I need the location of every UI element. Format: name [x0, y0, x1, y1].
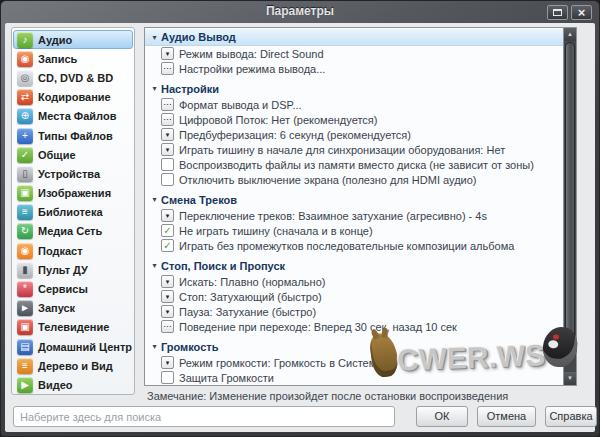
ellipsis-button-icon[interactable]: … — [161, 113, 174, 126]
scrollbar-thumb[interactable] — [565, 42, 575, 343]
dropdown-icon[interactable]: ▾ — [161, 275, 174, 288]
home-center-icon: ▤ — [17, 339, 33, 355]
option-prebuffering[interactable]: ▾ Предбуферизация: 6 секунд (рекомендует… — [148, 127, 563, 142]
sidebar-item-remote-control[interactable]: ▮ Пульт ДУ — [13, 260, 133, 279]
option-disable-screen-off[interactable]: Отключить выключение экрана (полезно для… — [148, 172, 563, 187]
collapse-triangle-icon[interactable]: ▾ — [148, 342, 161, 351]
option-gapless-album[interactable]: ✓ Играть без промежутков последовательны… — [148, 238, 563, 253]
sidebar-item-images[interactable]: ▣ Изображения — [13, 184, 133, 203]
sidebar-item-television[interactable]: ▣ Телевидение — [13, 318, 133, 337]
checkbox-checked-icon[interactable]: ✓ — [161, 239, 174, 252]
podcast-icon: ◉ — [17, 243, 33, 259]
collapse-triangle-icon[interactable]: ▾ — [148, 84, 161, 93]
section-header-audio-output[interactable]: ▾ Аудио Вывод — [145, 29, 563, 46]
television-icon: ▣ — [17, 319, 33, 335]
dropdown-icon[interactable]: ▾ — [161, 305, 174, 318]
collapse-triangle-icon[interactable]: ▾ — [148, 195, 161, 204]
dialog-body: ♪ Аудио ◉ Запись ◎ CD, DVD & BD ⇄ Кодиро… — [5, 23, 595, 432]
close-button[interactable]: × — [571, 5, 592, 20]
startup-icon: ► — [17, 300, 33, 316]
sidebar-item-devices[interactable]: ▯ Устройства — [13, 164, 133, 183]
sidebar-item-file-locations[interactable]: ⊕ Места Файлов — [13, 107, 133, 126]
title-bar[interactable]: Параметры × — [1, 1, 599, 23]
remote-control-icon: ▮ — [17, 262, 33, 278]
maximize-button[interactable] — [547, 5, 568, 20]
cancel-button[interactable]: Отмена — [477, 406, 536, 427]
option-seek[interactable]: ▾ Искать: Плавно (нормально) — [148, 274, 563, 289]
dropdown-icon[interactable]: ▾ — [161, 356, 174, 369]
sidebar-item-audio[interactable]: ♪ Аудио — [13, 30, 133, 49]
maximize-icon — [553, 9, 562, 16]
option-play-from-memory[interactable]: Воспроизводить файлы из памяти вместо ди… — [148, 157, 563, 172]
option-output-format-dsp[interactable]: … Формат вывода и DSP... — [148, 97, 563, 112]
collapse-triangle-icon[interactable]: ▾ — [148, 33, 161, 42]
collapse-triangle-icon[interactable]: ▾ — [148, 261, 161, 270]
option-bitstream[interactable]: … Цифровой Поток: Нет (рекомендуется) — [148, 112, 563, 127]
ellipsis-button-icon[interactable]: … — [161, 98, 174, 111]
sidebar-item-cd-dvd-bd[interactable]: ◎ CD, DVD & BD — [13, 68, 133, 87]
help-button[interactable]: Справка — [545, 406, 597, 427]
audio-icon: ♪ — [17, 32, 33, 48]
sidebar-item-record[interactable]: ◉ Запись — [13, 49, 133, 68]
note-text: Замечание: Изменение произойдет после ос… — [147, 390, 577, 402]
close-icon: × — [578, 6, 586, 19]
option-volume-mode[interactable]: ▾ Режим громкости: Громкость в Системе — [148, 355, 563, 370]
ok-button[interactable]: ОК — [416, 406, 468, 427]
sidebar-item-podcast[interactable]: ◉ Подкаст — [13, 241, 133, 260]
dropdown-icon[interactable]: ▾ — [161, 128, 174, 141]
ellipsis-button-icon[interactable]: … — [161, 62, 174, 75]
media-network-icon: ↻ — [17, 223, 33, 239]
checkbox-unchecked-icon[interactable] — [161, 173, 174, 186]
scroll-down-icon[interactable]: ▼ — [564, 372, 576, 385]
sidebar-item-media-network[interactable]: ↻ Медиа Сеть — [13, 222, 133, 241]
dropdown-icon[interactable]: ▾ — [161, 47, 174, 60]
encoding-icon: ⇄ — [17, 89, 33, 105]
dropdown-icon[interactable]: ▾ — [161, 209, 174, 222]
option-volume-protection[interactable]: Защита Громкости — [148, 370, 563, 385]
options-dialog: Параметры × ♪ Аудио ◉ Запись ◎ CD, DVD &… — [0, 0, 600, 437]
general-icon: ✓ — [17, 147, 33, 163]
sidebar-item-home-center[interactable]: ▤ Домашний Центр — [13, 337, 133, 356]
file-types-icon: + — [17, 128, 33, 144]
option-output-mode[interactable]: ▾ Режим вывода: Direct Sound — [148, 46, 563, 61]
sidebar-item-library[interactable]: ≡ Библиотека — [13, 203, 133, 222]
search-input[interactable] — [13, 406, 395, 427]
sidebar-item-encoding[interactable]: ⇄ Кодирование — [13, 88, 133, 107]
option-skip-silence[interactable]: ✓ Не играть тишину (сначала и в конце) — [148, 223, 563, 238]
section-header-track-change[interactable]: ▾ Смена Треков — [148, 191, 563, 208]
sidebar-item-startup[interactable]: ► Запуск — [13, 299, 133, 318]
devices-icon: ▯ — [17, 166, 33, 182]
sidebar-item-file-types[interactable]: + Типы Файлов — [13, 126, 133, 145]
option-output-mode-settings[interactable]: … Настройки режима вывода... — [148, 61, 563, 76]
checkbox-unchecked-icon[interactable] — [161, 158, 174, 171]
section-header-settings[interactable]: ▾ Настройки — [148, 80, 563, 97]
options-list: ▾ Аудио Вывод ▾ Режим вывода: Direct Sou… — [145, 28, 563, 385]
services-icon: * — [17, 281, 33, 297]
dropdown-icon[interactable]: ▾ — [161, 290, 174, 303]
section-header-volume[interactable]: ▾ Громкость — [148, 338, 563, 355]
option-stop[interactable]: ▾ Стоп: Затухающий (быстро) — [148, 289, 563, 304]
sidebar-item-tree-view[interactable]: ≡ Дерево и Вид — [13, 356, 133, 375]
images-icon: ▣ — [17, 185, 33, 201]
option-skip-behavior[interactable]: … Поведение при переходе: Вперед 30 сек,… — [148, 319, 563, 334]
tree-view-icon: ≡ — [17, 358, 33, 374]
dropdown-icon[interactable]: ▾ — [161, 143, 174, 156]
record-burn-icon: ◉ — [17, 51, 33, 67]
sidebar-item-general[interactable]: ✓ Общие — [13, 145, 133, 164]
sidebar-item-video[interactable]: ▶ Видео — [13, 375, 133, 394]
checkbox-checked-icon[interactable]: ✓ — [161, 224, 174, 237]
checkbox-unchecked-icon[interactable] — [161, 371, 174, 384]
library-icon: ≡ — [17, 204, 33, 220]
vertical-scrollbar[interactable]: ▲ ▼ — [563, 28, 576, 385]
option-track-switching[interactable]: ▾ Переключение треков: Взаимное затухани… — [148, 208, 563, 223]
video-icon: ▶ — [17, 377, 33, 393]
option-pause[interactable]: ▾ Пауза: Затухание (быстро) — [148, 304, 563, 319]
category-sidebar: ♪ Аудио ◉ Запись ◎ CD, DVD & BD ⇄ Кодиро… — [11, 27, 135, 395]
window-title: Параметры — [1, 1, 599, 22]
option-play-silence-sync[interactable]: ▾ Играть тишину в начале для синхронизац… — [148, 142, 563, 157]
ellipsis-button-icon[interactable]: … — [161, 320, 174, 333]
sidebar-item-services[interactable]: * Сервисы — [13, 279, 133, 298]
scroll-up-icon[interactable]: ▲ — [564, 28, 576, 41]
section-header-stop-seek-skip[interactable]: ▾ Стоп, Поиск и Пропуск — [148, 257, 563, 274]
file-locations-icon: ⊕ — [17, 108, 33, 124]
